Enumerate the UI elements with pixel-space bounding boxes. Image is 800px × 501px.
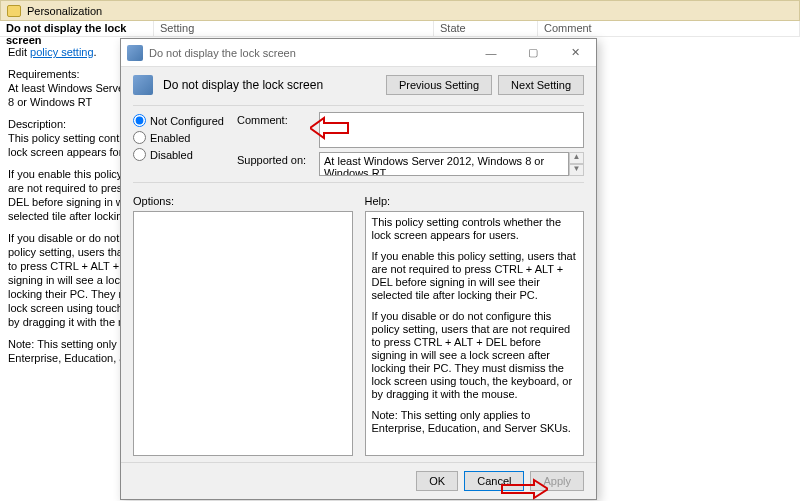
help-box: This policy setting controls whether the… — [365, 211, 585, 456]
help-p3: If you disable or do not configure this … — [372, 310, 578, 401]
radio-enabled[interactable]: Enabled — [133, 129, 225, 146]
help-p1: This policy setting controls whether the… — [372, 216, 578, 242]
options-label: Options: — [133, 193, 353, 211]
scroll-up-icon[interactable]: ▲ — [569, 152, 584, 164]
policy-dialog: Do not display the lock screen — ▢ ✕ Do … — [120, 38, 597, 500]
col-comment[interactable]: Comment — [538, 21, 800, 36]
supported-label: Supported on: — [237, 152, 319, 176]
category-title: Personalization — [27, 5, 102, 17]
help-p2: If you enable this policy setting, users… — [372, 250, 578, 302]
heading-icon — [133, 75, 153, 95]
radio-not-configured[interactable]: Not Configured — [133, 112, 225, 129]
titlebar[interactable]: Do not display the lock screen — ▢ ✕ — [121, 39, 596, 67]
comment-label: Comment: — [237, 112, 319, 148]
options-box[interactable] — [133, 211, 353, 456]
radio-disabled[interactable]: Disabled — [133, 146, 225, 163]
ok-button[interactable]: OK — [416, 471, 458, 491]
scroll-down-icon[interactable]: ▼ — [569, 164, 584, 176]
window-title: Do not display the lock screen — [149, 47, 476, 59]
apply-button[interactable]: Apply — [530, 471, 584, 491]
comment-input[interactable] — [319, 112, 584, 148]
supported-text: At least Windows Server 2012, Windows 8 … — [319, 152, 569, 176]
cancel-button[interactable]: Cancel — [464, 471, 524, 491]
category-header: Personalization — [0, 0, 800, 21]
minimize-button[interactable]: — — [476, 43, 506, 63]
col-state[interactable]: State — [434, 21, 538, 36]
maximize-button[interactable]: ▢ — [518, 43, 548, 63]
policy-icon — [127, 45, 143, 61]
help-p4: Note: This setting only applies to Enter… — [372, 409, 578, 435]
previous-setting-button[interactable]: Previous Setting — [386, 75, 492, 95]
close-button[interactable]: ✕ — [560, 43, 590, 63]
folder-icon — [7, 5, 21, 17]
dialog-heading: Do not display the lock screen — [163, 78, 386, 92]
column-headers: Do not display the lock screen Setting S… — [0, 21, 800, 37]
col-name: Do not display the lock screen — [0, 21, 154, 36]
edit-policy-link[interactable]: policy setting — [30, 46, 94, 58]
help-label: Help: — [365, 193, 585, 211]
next-setting-button[interactable]: Next Setting — [498, 75, 584, 95]
col-setting[interactable]: Setting — [154, 21, 434, 36]
